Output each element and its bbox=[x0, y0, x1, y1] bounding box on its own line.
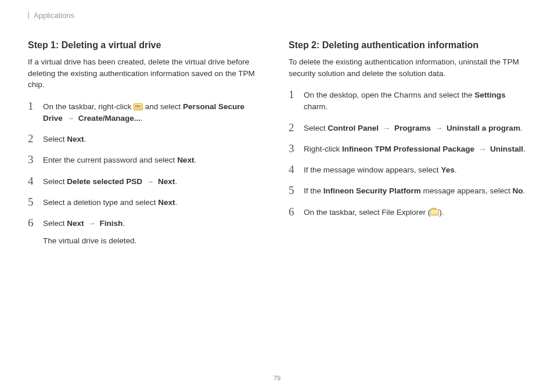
bold-text: Infineon TPM Professional Package bbox=[342, 145, 474, 153]
right-column: Step 2: Deleting authentication informat… bbox=[289, 40, 526, 257]
list-item: On the desktop, open the Charms and sele… bbox=[289, 89, 526, 113]
list-item: Select Delete selected PSD → Next. bbox=[28, 176, 265, 188]
bold-text: No bbox=[512, 186, 523, 195]
text: On the taskbar, right-click bbox=[43, 102, 134, 111]
step2-title: Step 2: Deleting authentication informat… bbox=[289, 40, 526, 51]
bold-text: Infineon Security Platform bbox=[323, 186, 421, 195]
list-item: On the taskbar, select File Explorer (). bbox=[289, 207, 526, 218]
bold-text: Finish bbox=[100, 219, 123, 228]
list-item: Right-click Infineon TPM Professional Pa… bbox=[289, 143, 526, 155]
step2-list: On the desktop, open the Charms and sele… bbox=[289, 89, 526, 218]
text: . bbox=[175, 177, 177, 186]
sub-text: The virtual drive is deleted. bbox=[43, 235, 265, 247]
bold-text: Create/Manage... bbox=[78, 114, 141, 123]
document-page: Applications Step 1: Deleting a virtual … bbox=[0, 0, 554, 257]
list-item: If the message window appears, select Ye… bbox=[289, 164, 526, 176]
text: . bbox=[455, 166, 457, 174]
text: charm. bbox=[304, 102, 328, 111]
list-item: Select Control Panel → Programs → Uninst… bbox=[289, 123, 526, 134]
text: If the message window appears, select bbox=[304, 166, 441, 174]
text: Select bbox=[43, 177, 67, 186]
text: . bbox=[123, 219, 125, 228]
text: . bbox=[523, 145, 526, 153]
section-header: Applications bbox=[28, 12, 526, 19]
arrow-icon: → bbox=[380, 124, 393, 132]
list-item: Enter the current password and select Ne… bbox=[28, 154, 265, 166]
bold-text: Yes bbox=[441, 166, 454, 174]
text: . bbox=[141, 114, 143, 123]
arrow-icon: → bbox=[433, 124, 445, 132]
text: . bbox=[84, 135, 87, 143]
text: ). bbox=[439, 208, 444, 217]
text: and select bbox=[143, 102, 183, 111]
text: On the desktop, open the Charms and sele… bbox=[304, 91, 474, 99]
tpm-icon bbox=[134, 103, 143, 110]
text: . bbox=[523, 186, 525, 195]
text: Right-click bbox=[304, 145, 342, 153]
text: Select a deletion type and select bbox=[43, 198, 158, 207]
text: Select bbox=[43, 135, 67, 143]
arrow-icon: → bbox=[144, 177, 156, 186]
text: . bbox=[175, 198, 177, 207]
list-item: If the Infineon Security Platform messag… bbox=[289, 185, 526, 197]
list-item: Select Next → Finish. The virtual drive … bbox=[28, 218, 265, 247]
text: Select bbox=[304, 124, 328, 132]
arrow-icon: → bbox=[476, 145, 488, 153]
list-item: Select Next. bbox=[28, 134, 265, 145]
text: Select bbox=[43, 219, 67, 228]
file-explorer-icon bbox=[430, 209, 439, 215]
text: . bbox=[194, 156, 196, 164]
list-item: Select a deletion type and select Next. bbox=[28, 197, 265, 208]
bold-text: Uninstall a program bbox=[447, 124, 520, 132]
text: . bbox=[520, 124, 523, 132]
text: If the bbox=[304, 186, 323, 195]
list-item: On the taskbar, right-click and select P… bbox=[28, 101, 265, 125]
text: On the taskbar, select File Explorer ( bbox=[304, 208, 430, 217]
arrow-icon: → bbox=[86, 219, 98, 228]
bold-text: Next bbox=[67, 135, 84, 143]
bold-text: Next bbox=[177, 156, 194, 164]
bold-text: Programs bbox=[394, 124, 431, 132]
content-columns: Step 1: Deleting a virtual drive If a vi… bbox=[28, 40, 526, 257]
bold-text: Next bbox=[158, 177, 175, 186]
bold-text: Control Panel bbox=[328, 124, 379, 132]
step1-list: On the taskbar, right-click and select P… bbox=[28, 101, 265, 247]
step2-intro: To delete the existing authentication in… bbox=[289, 56, 526, 79]
bold-text: Settings bbox=[474, 91, 505, 99]
step1-intro: If a virtual drive has been created, del… bbox=[28, 56, 265, 91]
arrow-icon: → bbox=[64, 114, 77, 123]
bold-text: Next bbox=[67, 219, 84, 228]
page-number: 79 bbox=[0, 375, 554, 382]
bold-text: Delete selected PSD bbox=[67, 177, 142, 186]
text: Enter the current password and select bbox=[43, 156, 177, 164]
bold-text: Uninstall bbox=[490, 145, 523, 153]
text: message appears, select bbox=[421, 186, 513, 195]
left-column: Step 1: Deleting a virtual drive If a vi… bbox=[28, 40, 265, 257]
bold-text: Next bbox=[158, 198, 175, 207]
step1-title: Step 1: Deleting a virtual drive bbox=[28, 40, 265, 51]
